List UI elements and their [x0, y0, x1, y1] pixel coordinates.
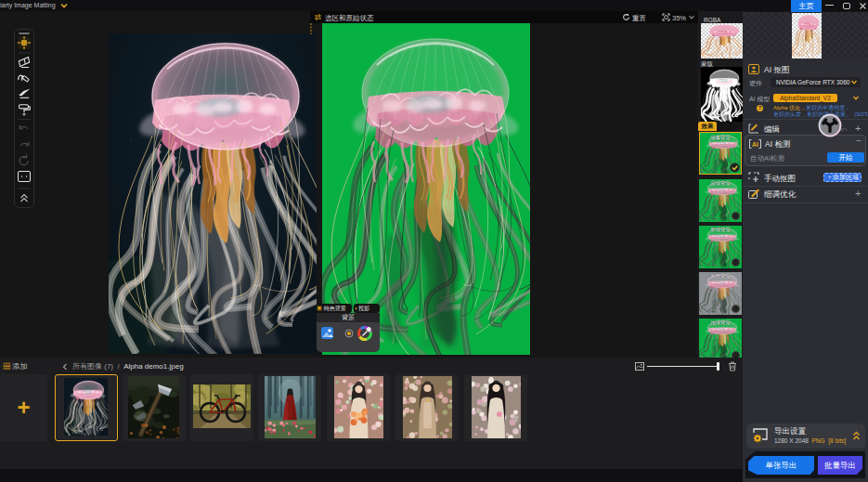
svg-text:AI: AI [752, 141, 758, 148]
